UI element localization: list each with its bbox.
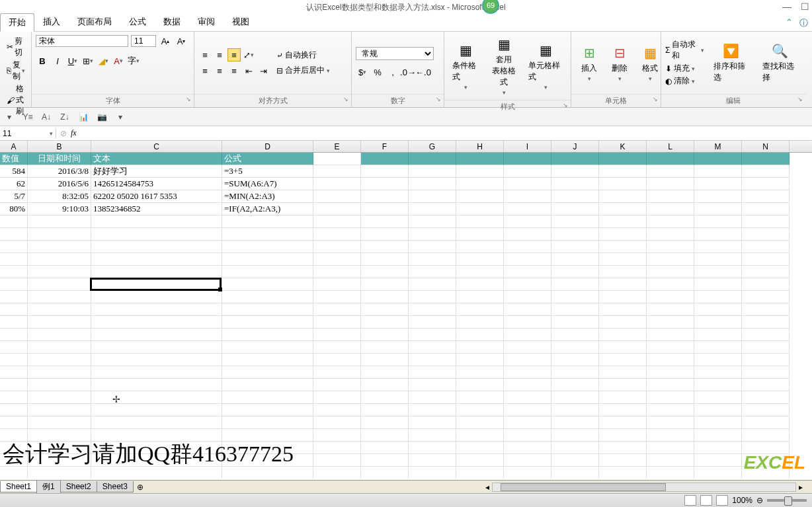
cell[interactable]: 80%: [0, 203, 28, 215]
clear-button[interactable]: ◐清除▾: [665, 75, 704, 87]
tab-formulas[interactable]: 公式: [120, 13, 155, 31]
font-color-button[interactable]: A▾: [112, 54, 125, 67]
sec-dropdown2-icon[interactable]: ▾: [114, 110, 127, 124]
conditional-format-button[interactable]: ▦ 条件格式▾: [448, 40, 484, 92]
cell[interactable]: 2016/3/8: [28, 165, 91, 178]
fx-icon[interactable]: fx: [71, 128, 77, 138]
col-header-f[interactable]: F: [361, 141, 409, 152]
align-bottom-button[interactable]: ≡: [227, 48, 241, 61]
phonetic-button[interactable]: 字▾: [127, 54, 140, 67]
header-cell[interactable]: 数值: [0, 153, 28, 165]
col-header-i[interactable]: I: [504, 141, 551, 152]
maximize-button[interactable]: ☐: [801, 1, 809, 12]
sort-filter-button[interactable]: 🔽 排序和筛选: [710, 41, 752, 85]
table-format-button[interactable]: ▦ 套用 表格格式▾: [487, 34, 522, 97]
sec-camera-icon[interactable]: 📷: [95, 110, 108, 124]
fill-color-button[interactable]: ◢▾: [97, 54, 110, 67]
tab-review[interactable]: 审阅: [189, 13, 223, 31]
cells-area[interactable]: 数值 日期和时间 文本 公式 584 2016/3/8 好好学习 =3+5 62…: [0, 153, 812, 478]
indent-increase-button[interactable]: ⇥: [257, 64, 270, 77]
col-header-e[interactable]: E: [313, 141, 361, 152]
sec-chart-icon[interactable]: 📊: [77, 110, 90, 124]
tab-home[interactable]: 开始: [0, 13, 34, 32]
page-break-view-button[interactable]: [716, 495, 728, 506]
cell[interactable]: 584: [0, 165, 28, 178]
border-button[interactable]: ⊞▾: [81, 54, 95, 67]
col-header-l[interactable]: L: [647, 141, 694, 152]
zoom-slider[interactable]: [767, 499, 807, 502]
col-header-b[interactable]: B: [28, 141, 91, 152]
sheet-tab[interactable]: 例1: [36, 481, 61, 494]
sort-desc-icon[interactable]: Z↓: [58, 110, 71, 124]
decrease-font-button[interactable]: A▾: [175, 34, 188, 48]
indent-decrease-button[interactable]: ⇤: [242, 64, 255, 77]
minimize-ribbon-icon[interactable]: ⌃: [786, 17, 793, 29]
font-name-select[interactable]: [36, 35, 128, 47]
wrap-text-button[interactable]: ⤶自动换行: [276, 50, 330, 61]
minimize-button[interactable]: —: [782, 1, 792, 12]
merge-center-button[interactable]: ⊟合并后居中▾: [276, 65, 330, 76]
cancel-formula-icon[interactable]: ⊘: [60, 129, 67, 138]
help-icon[interactable]: ⓘ: [799, 17, 808, 29]
percent-button[interactable]: %: [371, 65, 384, 79]
comma-button[interactable]: ,: [386, 65, 399, 79]
cell[interactable]: 14265124584753: [91, 178, 222, 190]
sheet-tab[interactable]: Sheet2: [60, 481, 97, 492]
cell[interactable]: =MIN(A2:A3): [222, 190, 313, 203]
increase-decimal-button[interactable]: .0→: [401, 65, 415, 79]
col-header-k[interactable]: K: [599, 141, 647, 152]
underline-button[interactable]: U▾: [66, 54, 79, 67]
col-header-c[interactable]: C: [91, 141, 222, 152]
cell[interactable]: 5/7: [0, 190, 28, 203]
col-header-h[interactable]: H: [456, 141, 504, 152]
scroll-left-icon[interactable]: ◂: [483, 483, 492, 492]
new-sheet-button[interactable]: ⊕: [133, 483, 147, 492]
tab-view[interactable]: 视图: [223, 13, 258, 31]
align-middle-button[interactable]: ≡: [213, 48, 226, 61]
name-box[interactable]: 11 ▾: [0, 129, 56, 138]
format-cells-button[interactable]: ▦ 格式▾: [636, 43, 664, 83]
sec-formula-icon[interactable]: Y≡: [21, 110, 34, 124]
horizontal-scrollbar[interactable]: ◂ ▸: [147, 483, 812, 492]
bold-button[interactable]: B: [36, 54, 49, 67]
col-header-d[interactable]: D: [222, 141, 313, 152]
copy-button[interactable]: ⎘复制▾: [7, 59, 25, 82]
sec-dropdown-icon[interactable]: ▾: [3, 110, 16, 124]
tab-insert[interactable]: 插入: [34, 13, 69, 31]
currency-button[interactable]: $▾: [356, 65, 369, 79]
col-header-n[interactable]: N: [742, 141, 790, 152]
scroll-right-icon[interactable]: ▸: [796, 483, 805, 492]
orientation-button[interactable]: ⤢▾: [242, 48, 255, 61]
align-right-button[interactable]: ≡: [227, 64, 241, 77]
tab-page-layout[interactable]: 页面布局: [69, 13, 120, 31]
formula-input[interactable]: [81, 128, 808, 138]
decrease-decimal-button[interactable]: ←.0: [417, 65, 430, 79]
sheet-tab[interactable]: Sheet1: [0, 481, 37, 492]
cell[interactable]: 好好学习: [91, 165, 222, 178]
sort-asc-icon[interactable]: A↓: [40, 110, 53, 124]
zoom-level[interactable]: 100%: [732, 496, 752, 505]
col-header-a[interactable]: A: [0, 141, 28, 152]
header-cell[interactable]: 文本: [91, 153, 222, 165]
align-left-button[interactable]: ≡: [198, 64, 212, 77]
italic-button[interactable]: I: [51, 54, 64, 67]
col-header-g[interactable]: G: [409, 141, 456, 152]
font-size-select[interactable]: [131, 35, 156, 47]
autosum-button[interactable]: Σ自动求和▾: [665, 39, 704, 61]
cell[interactable]: 8:32:05: [28, 190, 91, 203]
header-cell[interactable]: 公式: [222, 153, 313, 165]
align-center-button[interactable]: ≡: [213, 64, 226, 77]
cell[interactable]: 13852346852: [91, 203, 222, 215]
col-header-m[interactable]: M: [694, 141, 742, 152]
cell[interactable]: 62: [0, 178, 28, 190]
scroll-thumb[interactable]: [501, 483, 666, 491]
normal-view-button[interactable]: [684, 495, 696, 506]
cell[interactable]: 2016/5/6: [28, 178, 91, 190]
cell[interactable]: 9:10:03: [28, 203, 91, 215]
cut-button[interactable]: ✂剪切: [7, 36, 25, 58]
align-top-button[interactable]: ≡: [198, 48, 212, 61]
insert-cells-button[interactable]: ⊞ 插入▾: [575, 43, 603, 83]
delete-cells-button[interactable]: ⊟ 删除▾: [606, 43, 633, 83]
cell[interactable]: =SUM(A6:A7): [222, 178, 313, 190]
cell-styles-button[interactable]: ▦ 单元格样式▾: [524, 40, 567, 92]
